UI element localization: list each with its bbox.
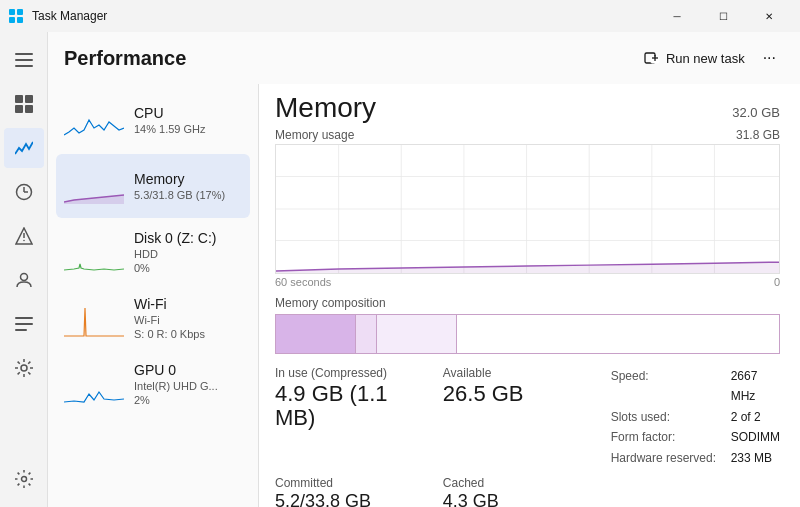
svg-rect-19 bbox=[15, 323, 33, 325]
chart-time-labels: 60 seconds 0 bbox=[275, 276, 780, 288]
gpu-name: GPU 0 bbox=[134, 362, 242, 378]
spec-table: Speed: 2667 MHz Slots used: 2 of 2 Form … bbox=[611, 366, 780, 468]
committed-value: 5.2/33.8 GB bbox=[275, 492, 431, 507]
chart-time-right: 0 bbox=[774, 276, 780, 288]
speed-label: Speed: bbox=[611, 366, 731, 407]
device-item-gpu[interactable]: GPU 0 Intel(R) UHD G... 2% bbox=[56, 352, 250, 416]
cpu-sparkline bbox=[64, 100, 124, 140]
stat-available: Available 26.5 GB bbox=[443, 366, 599, 468]
detail-panel: Memory 32.0 GB Memory usage 31.8 GB bbox=[258, 84, 800, 507]
svg-rect-6 bbox=[15, 65, 33, 67]
composition-label: Memory composition bbox=[275, 296, 780, 310]
window-controls: ─ ☐ ✕ bbox=[654, 0, 792, 32]
svg-rect-1 bbox=[17, 9, 23, 15]
top-bar: Performance Run new task ··· bbox=[48, 32, 800, 84]
main-panel: CPU 14% 1.59 GHz Memory 5.3/31.8 GB bbox=[48, 84, 800, 507]
icon-sidebar bbox=[0, 32, 48, 507]
spec-hw-reserved: Hardware reserved: 233 MB bbox=[611, 448, 780, 468]
detail-header: Memory 32.0 GB bbox=[275, 92, 780, 124]
svg-point-17 bbox=[20, 274, 27, 281]
device-item-cpu[interactable]: CPU 14% 1.59 GHz bbox=[56, 88, 250, 152]
svg-rect-10 bbox=[25, 105, 33, 113]
device-item-wifi[interactable]: Wi-Fi Wi-Fi S: 0 R: 0 Kbps bbox=[56, 286, 250, 350]
svg-rect-4 bbox=[15, 53, 33, 55]
disk-info: Disk 0 (Z: C:) HDD 0% bbox=[134, 230, 242, 274]
detail-title: Memory bbox=[275, 92, 376, 124]
detail-total: 32.0 GB bbox=[732, 105, 780, 120]
run-task-label: Run new task bbox=[666, 51, 745, 66]
cpu-info: CPU 14% 1.59 GHz bbox=[134, 105, 242, 135]
svg-rect-2 bbox=[9, 17, 15, 23]
svg-rect-8 bbox=[25, 95, 33, 103]
disk-sub1: HDD bbox=[134, 248, 242, 260]
processes-icon-btn[interactable] bbox=[4, 84, 44, 124]
settings-icon-btn[interactable] bbox=[4, 459, 44, 499]
disk-sparkline bbox=[64, 232, 124, 272]
app-body: Performance Run new task ··· bbox=[0, 32, 800, 507]
svg-rect-18 bbox=[15, 317, 33, 319]
memory-name: Memory bbox=[134, 171, 242, 187]
stat-committed: Committed 5.2/33.8 GB bbox=[275, 476, 431, 507]
memory-info: Memory 5.3/31.8 GB (17%) bbox=[134, 171, 242, 201]
committed-label: Committed bbox=[275, 476, 431, 490]
chart-time-left: 60 seconds bbox=[275, 276, 331, 288]
title-bar: Task Manager ─ ☐ ✕ bbox=[0, 0, 800, 32]
comp-modified bbox=[356, 315, 376, 353]
spec-form: Form factor: SODIMM bbox=[611, 427, 780, 447]
memory-usage-value: 31.8 GB bbox=[736, 128, 780, 142]
composition-bar bbox=[275, 314, 780, 354]
app-history-icon-btn[interactable] bbox=[4, 172, 44, 212]
maximize-button[interactable]: ☐ bbox=[700, 0, 746, 32]
run-task-icon bbox=[644, 50, 660, 66]
svg-rect-0 bbox=[9, 9, 15, 15]
comp-free bbox=[457, 315, 779, 353]
memory-sub: 5.3/31.8 GB (17%) bbox=[134, 189, 242, 201]
stat-in-use: In use (Compressed) 4.9 GB (1.1 MB) bbox=[275, 366, 431, 468]
users-icon-btn[interactable] bbox=[4, 260, 44, 300]
run-new-task-button[interactable]: Run new task bbox=[634, 44, 755, 72]
svg-rect-5 bbox=[15, 59, 33, 61]
svg-rect-3 bbox=[17, 17, 23, 23]
memory-usage-label: Memory usage bbox=[275, 128, 354, 142]
available-label: Available bbox=[443, 366, 599, 380]
content-area: Performance Run new task ··· bbox=[48, 32, 800, 507]
svg-rect-20 bbox=[15, 329, 27, 331]
device-item-disk[interactable]: Disk 0 (Z: C:) HDD 0% bbox=[56, 220, 250, 284]
disk-sub2: 0% bbox=[134, 262, 242, 274]
speed-value: 2667 MHz bbox=[731, 366, 780, 407]
svg-rect-9 bbox=[15, 105, 23, 113]
cached-label: Cached bbox=[443, 476, 599, 490]
services-icon-btn[interactable] bbox=[4, 348, 44, 388]
gpu-sparkline bbox=[64, 364, 124, 404]
memory-usage-row: Memory usage 31.8 GB bbox=[275, 128, 780, 142]
close-button[interactable]: ✕ bbox=[746, 0, 792, 32]
gpu-sub2: 2% bbox=[134, 394, 242, 406]
menu-icon-btn[interactable] bbox=[4, 40, 44, 80]
hw-reserved-label: Hardware reserved: bbox=[611, 448, 731, 468]
stat-cached: Cached 4.3 GB bbox=[443, 476, 599, 507]
wifi-sparkline bbox=[64, 298, 124, 338]
startup-icon-btn[interactable] bbox=[4, 216, 44, 256]
cached-value: 4.3 GB bbox=[443, 492, 599, 507]
slots-value: 2 of 2 bbox=[731, 407, 761, 427]
wifi-sub1: Wi-Fi bbox=[134, 314, 242, 326]
device-list: CPU 14% 1.59 GHz Memory 5.3/31.8 GB bbox=[48, 84, 258, 507]
in-use-value: 4.9 GB (1.1 MB) bbox=[275, 382, 431, 430]
details-icon-btn[interactable] bbox=[4, 304, 44, 344]
app-title: Task Manager bbox=[32, 9, 654, 23]
spec-slots: Slots used: 2 of 2 bbox=[611, 407, 780, 427]
disk-name: Disk 0 (Z: C:) bbox=[134, 230, 242, 246]
device-item-memory[interactable]: Memory 5.3/31.8 GB (17%) bbox=[56, 154, 250, 218]
comp-in-use bbox=[276, 315, 356, 353]
hw-reserved-value: 233 MB bbox=[731, 448, 772, 468]
minimize-button[interactable]: ─ bbox=[654, 0, 700, 32]
spec-speed: Speed: 2667 MHz bbox=[611, 366, 780, 407]
form-value: SODIMM bbox=[731, 427, 780, 447]
gpu-info: GPU 0 Intel(R) UHD G... 2% bbox=[134, 362, 242, 406]
svg-rect-7 bbox=[15, 95, 23, 103]
performance-icon-btn[interactable] bbox=[4, 128, 44, 168]
more-options-button[interactable]: ··· bbox=[755, 43, 784, 73]
available-value: 26.5 GB bbox=[443, 382, 599, 406]
cpu-sub: 14% 1.59 GHz bbox=[134, 123, 242, 135]
svg-point-16 bbox=[23, 240, 25, 242]
